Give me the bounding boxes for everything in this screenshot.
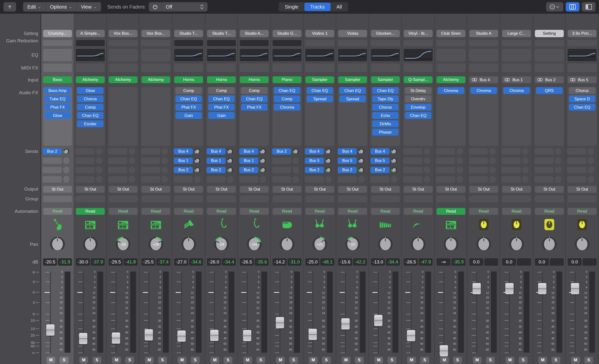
send-knob[interactable] — [260, 148, 266, 155]
eq-thumbnail[interactable] — [109, 49, 138, 61]
output-slot[interactable]: St Out — [469, 186, 498, 193]
pan-knob[interactable]: +28 — [148, 235, 164, 253]
volume-value[interactable]: -26.5 — [240, 258, 254, 266]
solo-button[interactable]: S — [420, 357, 429, 364]
group-slot[interactable] — [76, 196, 105, 202]
input-slot[interactable]: Alchemy — [437, 76, 465, 83]
solo-button[interactable]: S — [158, 357, 167, 364]
mute-button[interactable]: M — [538, 357, 547, 364]
audio-fx-slot[interactable]: Chan EQ — [208, 95, 235, 102]
setting-button[interactable]: Studio A — [469, 30, 498, 37]
mute-button[interactable]: M — [46, 357, 55, 364]
audio-fx-slot[interactable]: Phat FX — [175, 104, 202, 111]
automation-mode-button[interactable]: Read — [404, 208, 433, 215]
send-slot-empty[interactable] — [403, 148, 422, 155]
fader-cap[interactable] — [177, 330, 186, 342]
group-slot[interactable] — [141, 196, 170, 202]
send-knob[interactable] — [325, 167, 332, 173]
midi-fx-slot[interactable] — [568, 64, 597, 72]
send-slot-empty[interactable] — [108, 148, 127, 155]
options-menu[interactable]: Options⌄ — [46, 2, 77, 11]
eq-thumbnail[interactable] — [240, 49, 269, 61]
send-knob[interactable] — [260, 157, 266, 164]
output-slot[interactable]: St Out — [502, 186, 531, 193]
pan-knob[interactable] — [509, 235, 524, 253]
mute-button[interactable]: M — [145, 357, 154, 364]
midi-fx-slot[interactable] — [535, 64, 564, 72]
send-slot-empty[interactable] — [403, 176, 422, 182]
output-slot[interactable]: St Out — [568, 186, 597, 193]
send-slot-empty[interactable] — [174, 176, 193, 182]
power-icon[interactable] — [149, 2, 162, 11]
send-knob[interactable] — [63, 148, 69, 155]
audio-fx-slot[interactable]: DirMix — [372, 120, 399, 127]
send-slot-empty[interactable] — [305, 176, 324, 182]
audio-fx-slot[interactable]: Chroma — [503, 87, 530, 94]
send-slot-empty[interactable] — [502, 176, 521, 182]
audio-fx-slot[interactable]: Space D — [569, 95, 595, 102]
audio-fx-slot[interactable]: Comp — [208, 87, 235, 94]
send-slot-empty[interactable] — [403, 167, 422, 173]
eq-thumbnail[interactable] — [404, 49, 433, 61]
view-menu[interactable]: View⌄ — [77, 2, 101, 11]
automation-mode-button[interactable]: Read — [76, 208, 105, 215]
input-slot[interactable]: Alchemy — [76, 76, 105, 83]
send-knob[interactable] — [260, 167, 266, 173]
audio-fx-slot[interactable]: Chan EQ — [307, 87, 333, 94]
midi-fx-slot[interactable] — [305, 64, 334, 72]
send-slot-empty[interactable] — [141, 176, 160, 182]
volume-value[interactable]: 0.0 — [502, 258, 516, 266]
audio-fx-slot[interactable]: Glow — [77, 87, 104, 94]
fader-track[interactable] — [312, 272, 313, 353]
send-slot-empty[interactable] — [43, 176, 62, 182]
solo-button[interactable]: S — [584, 357, 593, 364]
automation-mode-button[interactable]: Read — [502, 208, 531, 215]
mute-button[interactable]: M — [506, 357, 514, 364]
mute-button[interactable]: M — [473, 357, 482, 364]
send-slot-empty[interactable] — [108, 167, 127, 173]
send-slot[interactable]: Bus 2 — [239, 167, 258, 173]
midi-fx-slot[interactable] — [240, 64, 269, 72]
send-slot-empty[interactable] — [338, 176, 357, 182]
volume-value[interactable]: -27.0 — [174, 258, 188, 266]
mute-button[interactable]: M — [276, 357, 285, 364]
pan-knob[interactable]: +34 — [246, 235, 262, 253]
eq-thumbnail[interactable] — [469, 49, 498, 61]
volume-value[interactable]: -25.0 — [305, 258, 319, 266]
volume-value[interactable]: 0.0 — [469, 258, 483, 266]
output-slot[interactable]: St Out — [273, 186, 301, 193]
peak-value[interactable]: -34.4 — [222, 258, 236, 266]
pan-knob[interactable]: +21 — [312, 235, 328, 253]
send-slot[interactable]: Bus 4 — [174, 148, 193, 155]
send-knob[interactable] — [227, 148, 233, 155]
output-slot[interactable]: St Out — [174, 186, 203, 193]
send-slot-empty[interactable] — [272, 176, 291, 182]
audio-fx-slot[interactable]: Chroma — [274, 104, 300, 111]
volume-value[interactable]: -∞ — [437, 258, 450, 266]
send-knob[interactable] — [293, 148, 299, 155]
input-slot[interactable]: Bus 1 — [502, 76, 531, 83]
volume-value[interactable]: 0.0 — [568, 258, 582, 266]
audio-fx-slot[interactable]: Tape Dly — [372, 95, 399, 102]
eq-thumbnail[interactable] — [273, 49, 301, 61]
send-slot-empty[interactable] — [272, 158, 291, 164]
peak-value[interactable] — [583, 258, 597, 266]
send-slot[interactable]: Bus 5 — [305, 158, 324, 164]
input-slot[interactable]: Bus 2 — [535, 76, 564, 83]
setting-button[interactable]: Setting — [535, 30, 564, 37]
peak-value[interactable]: -31.0 — [288, 258, 301, 266]
input-slot[interactable]: Sampler — [338, 76, 367, 83]
eq-thumbnail[interactable] — [174, 49, 203, 61]
output-slot[interactable]: St Out — [437, 186, 465, 193]
send-slot-empty[interactable] — [469, 158, 488, 164]
group-slot[interactable] — [207, 196, 236, 202]
midi-fx-slot[interactable] — [141, 64, 170, 72]
audio-fx-slot[interactable]: Chan EQ — [77, 112, 104, 119]
solo-button[interactable]: S — [224, 357, 232, 364]
peak-value[interactable]: -37.9 — [91, 258, 105, 266]
pan-knob[interactable] — [378, 235, 393, 253]
volume-value[interactable]: -20.5 — [43, 258, 57, 266]
automation-mode-button[interactable]: Read — [305, 208, 334, 215]
narrow-channel-view-button[interactable] — [582, 2, 596, 11]
peak-value[interactable] — [517, 258, 531, 266]
